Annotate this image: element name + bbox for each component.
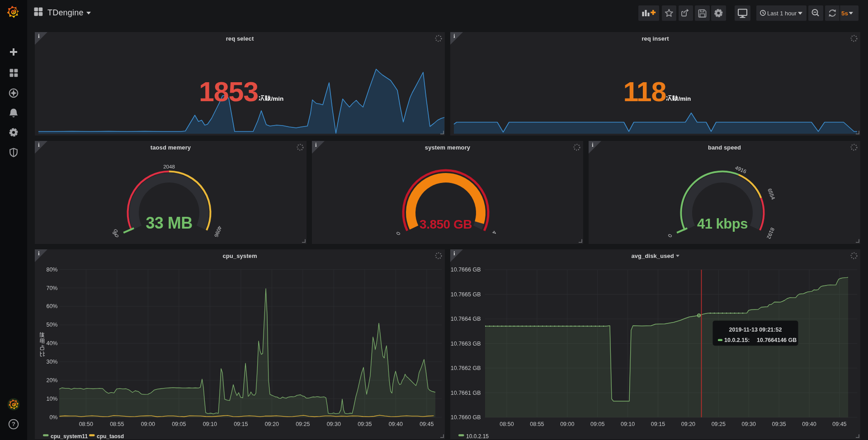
svg-text:cpu_taosd: cpu_taosd xyxy=(97,433,124,440)
svg-text:09:00: 09:00 xyxy=(560,421,574,427)
svg-text:cpu_system11: cpu_system11 xyxy=(51,433,88,440)
svg-text:09:25: 09:25 xyxy=(296,421,310,427)
svg-text:20%: 20% xyxy=(46,377,57,384)
svg-text:10.0.2.15:: 10.0.2.15: xyxy=(724,337,750,343)
svg-text:10.0.2.15: 10.0.2.15 xyxy=(466,433,489,440)
svg-text:33 MB: 33 MB xyxy=(146,214,193,232)
svg-text:09:00: 09:00 xyxy=(141,421,155,427)
svg-text:09:40: 09:40 xyxy=(802,421,816,427)
svg-text:09:25: 09:25 xyxy=(712,421,726,427)
svg-text:2048: 2048 xyxy=(163,164,175,169)
svg-text:/min: /min xyxy=(679,95,691,102)
svg-text:6554: 6554 xyxy=(767,187,776,201)
svg-text:/min: /min xyxy=(271,95,284,102)
svg-text:10.7663 GB: 10.7663 GB xyxy=(451,341,481,347)
svg-text:09:35: 09:35 xyxy=(358,421,372,427)
svg-text:70%: 70% xyxy=(46,285,57,291)
svg-text:09:45: 09:45 xyxy=(420,421,434,427)
svg-text:08:55: 08:55 xyxy=(110,421,124,427)
svg-text:08:55: 08:55 xyxy=(530,421,544,427)
svg-text:10.7665 GB: 10.7665 GB xyxy=(451,291,481,298)
svg-text:0: 0 xyxy=(395,231,401,236)
svg-text:10.7660 GB: 10.7660 GB xyxy=(451,414,481,421)
svg-text:09:05: 09:05 xyxy=(172,421,186,427)
svg-text:3.850 GB: 3.850 GB xyxy=(420,217,472,231)
svg-text:09:15: 09:15 xyxy=(651,421,665,427)
svg-text:10.7666 GB: 10.7666 GB xyxy=(451,267,481,273)
svg-text:09:35: 09:35 xyxy=(772,421,786,427)
svg-text:09:05: 09:05 xyxy=(590,421,604,427)
svg-text:30%: 30% xyxy=(46,359,57,365)
svg-text:09:10: 09:10 xyxy=(203,421,217,427)
svg-text:60%: 60% xyxy=(46,303,57,309)
svg-text:09:30: 09:30 xyxy=(742,421,756,427)
svg-text:0%: 0% xyxy=(49,414,57,421)
svg-text:4096: 4096 xyxy=(213,225,222,238)
svg-text:09:20: 09:20 xyxy=(265,421,279,427)
svg-text:41 kbps: 41 kbps xyxy=(697,216,748,232)
svg-text:80%: 80% xyxy=(46,267,57,273)
svg-text:10.7664 GB: 10.7664 GB xyxy=(451,316,481,322)
svg-text:8192: 8192 xyxy=(766,227,775,239)
svg-text:09:45: 09:45 xyxy=(832,421,846,427)
svg-text:09:10: 09:10 xyxy=(621,421,635,427)
svg-text:08:50: 08:50 xyxy=(79,421,93,427)
svg-text:08:50: 08:50 xyxy=(500,421,514,427)
svg-text:09:40: 09:40 xyxy=(389,421,403,427)
svg-text:10.7661 GB: 10.7661 GB xyxy=(451,390,481,396)
svg-text:10%: 10% xyxy=(46,396,57,402)
svg-text:1853: 1853 xyxy=(199,76,258,107)
svg-text:09:30: 09:30 xyxy=(327,421,341,427)
svg-text:09:15: 09:15 xyxy=(234,421,248,427)
svg-text:118: 118 xyxy=(623,76,666,107)
svg-text:09:20: 09:20 xyxy=(681,421,695,427)
svg-text:10.7664146 GB: 10.7664146 GB xyxy=(757,337,797,343)
svg-text:50%: 50% xyxy=(46,322,57,328)
svg-text:10.7662 GB: 10.7662 GB xyxy=(451,365,481,371)
svg-text:40%: 40% xyxy=(46,340,57,346)
svg-text:4: 4 xyxy=(491,230,498,235)
svg-text:0: 0 xyxy=(667,233,673,238)
svg-text:2019-11-13 09:21:52: 2019-11-13 09:21:52 xyxy=(729,327,782,333)
svg-text:4916: 4916 xyxy=(735,165,747,174)
